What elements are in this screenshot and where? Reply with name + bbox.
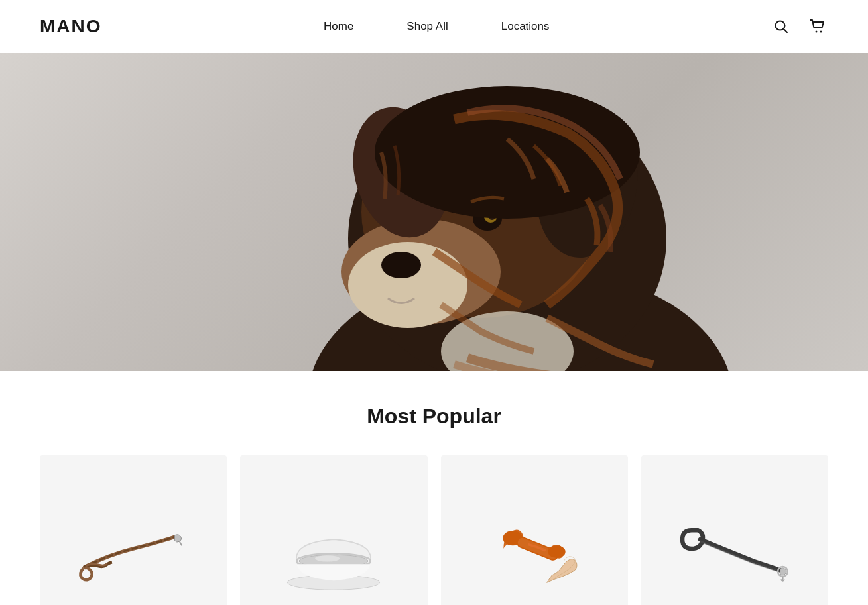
product-image-bowl [240, 455, 427, 605]
product-card-1[interactable] [40, 455, 227, 605]
nav-locations[interactable]: Locations [501, 20, 550, 33]
nav-home[interactable]: Home [324, 20, 353, 33]
svg-line-18 [180, 541, 182, 545]
hero-background [0, 53, 868, 371]
most-popular-section: Most Popular [0, 371, 868, 605]
nav-shop-all[interactable]: Shop All [406, 20, 448, 33]
product-card-4[interactable] [641, 455, 828, 605]
svg-line-1 [784, 29, 787, 32]
svg-point-24 [548, 545, 565, 558]
svg-point-22 [316, 555, 340, 561]
product-card-3[interactable] [441, 455, 628, 605]
svg-point-2 [815, 31, 817, 33]
search-button[interactable] [771, 17, 791, 36]
hero-dog-image [136, 53, 733, 371]
product-image-leash-dark [641, 455, 828, 605]
hero-section [0, 53, 868, 371]
site-header: MANO Home Shop All Locations [0, 0, 868, 53]
main-nav: Home Shop All Locations [324, 20, 550, 33]
search-icon [774, 19, 788, 34]
svg-point-3 [820, 31, 822, 33]
cart-icon [810, 19, 826, 34]
product-card-2[interactable] [240, 455, 427, 605]
products-grid [40, 455, 828, 605]
cart-button[interactable] [807, 17, 828, 36]
product-image-bone [441, 455, 628, 605]
svg-point-9 [381, 252, 421, 278]
site-logo[interactable]: MANO [40, 16, 102, 37]
header-icons [771, 17, 828, 36]
most-popular-title: Most Popular [40, 404, 828, 429]
product-image-leash-brown [40, 455, 227, 605]
